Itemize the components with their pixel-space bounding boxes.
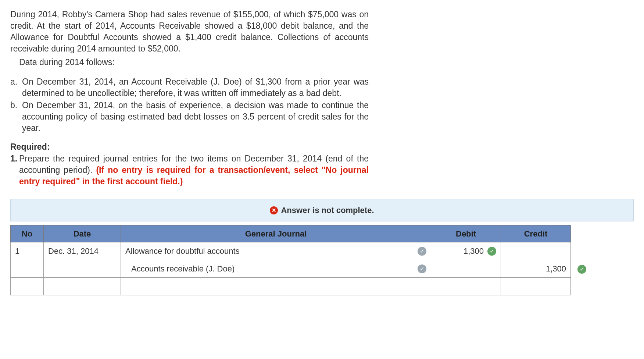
question-block: During 2014, Robby's Camera Shop had sal… [10, 9, 369, 187]
list-item: a.On December 31, 2014, an Account Recei… [10, 76, 369, 99]
cell-date[interactable] [44, 260, 121, 278]
list-marker: b. [10, 100, 22, 134]
required-body: Prepare the required journal entries for… [19, 153, 369, 187]
cell-debit[interactable]: 1,300✓ [431, 242, 501, 260]
required-label: Required: [10, 141, 369, 153]
list-body: On December 31, 2014, an Account Receiva… [22, 76, 369, 99]
intro-text: During 2014, Robby's Camera Shop had sal… [10, 9, 369, 54]
cell-general-journal[interactable] [121, 278, 431, 295]
credit-value: 1,300 [546, 264, 566, 273]
account-text: Accounts receivable (J. Doe) [131, 263, 235, 274]
check-icon: ✓ [577, 265, 586, 274]
header-debit: Debit [431, 225, 501, 242]
check-icon: ✓ [418, 247, 426, 256]
check-icon: ✓ [418, 264, 426, 273]
header-date: Date [44, 225, 121, 242]
cell-debit[interactable] [431, 260, 501, 278]
account-text: Allowance for doubtful accounts [125, 246, 240, 257]
cell-date[interactable]: Dec. 31, 2014 [44, 242, 121, 260]
outside-check-cell [571, 278, 591, 295]
cell-general-journal[interactable]: Allowance for doubtful accounts✓ [121, 242, 431, 260]
status-text: Answer is not complete. [281, 206, 374, 215]
status-bar: ✕Answer is not complete. [10, 199, 634, 221]
list-item: b.On December 31, 2014, on the basis of … [10, 100, 369, 134]
journal-table: No Date General Journal Debit Credit 1De… [10, 225, 591, 296]
cell-general-journal[interactable]: Accounts receivable (J. Doe)✓ [121, 260, 431, 278]
outside-check-cell [571, 242, 591, 260]
table-row: 1Dec. 31, 2014Allowance for doubtful acc… [11, 242, 591, 260]
answer-area: ✕Answer is not complete. No Date General… [10, 199, 634, 296]
list-body: On December 31, 2014, on the basis of ex… [22, 100, 369, 134]
cell-no[interactable] [11, 260, 44, 278]
data-follows-text: Data during 2014 follows: [10, 57, 369, 68]
outside-check-cell: ✓ [571, 260, 591, 278]
debit-value: 1,300 [464, 246, 484, 257]
header-no: No [11, 225, 44, 242]
required-marker: 1. [10, 153, 19, 187]
items-list: a.On December 31, 2014, an Account Recei… [10, 76, 369, 134]
cell-no[interactable]: 1 [11, 242, 44, 260]
cell-credit[interactable]: 1,300 [501, 260, 571, 278]
header-credit: Credit [501, 225, 571, 242]
cell-credit[interactable] [501, 278, 571, 295]
table-row: Accounts receivable (J. Doe)✓1,300✓ [11, 260, 591, 278]
error-icon: ✕ [270, 206, 278, 214]
cell-no[interactable] [11, 278, 44, 295]
required-item: 1. Prepare the required journal entries … [10, 153, 369, 187]
header-general-journal: General Journal [121, 225, 431, 242]
list-marker: a. [10, 76, 22, 99]
cell-date[interactable] [44, 278, 121, 295]
cell-credit[interactable] [501, 242, 571, 260]
table-row [11, 278, 591, 295]
check-icon: ✓ [487, 247, 496, 256]
cell-debit[interactable] [431, 278, 501, 295]
